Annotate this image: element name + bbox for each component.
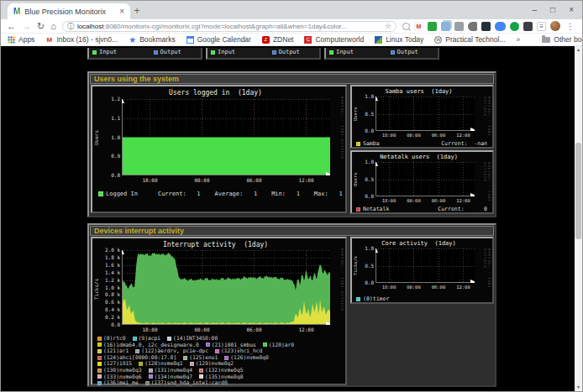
legend-swatch — [97, 374, 102, 379]
scrollbar-thumb[interactable] — [575, 143, 581, 239]
netatalk-users-graph[interactable]: Netatalk users (1day) Users 1.00.50.0 18… — [350, 150, 494, 214]
bookmark-practical-technology[interactable]: W Practical Technol... — [434, 35, 505, 44]
legend-entry: (126)nvme0q0 — [224, 355, 269, 361]
other-bookmarks-button[interactable]: Other bookmarks — [542, 35, 583, 44]
x-tick-label: 00:00 — [194, 327, 209, 332]
tab-close-icon[interactable]: × — [119, 7, 124, 16]
y-tick-label: 1.0 — [365, 159, 374, 165]
scroll-up-arrow[interactable]: ▲ — [575, 46, 582, 54]
output-legend-swatch — [272, 50, 276, 55]
pages-extension-icon[interactable] — [441, 22, 450, 31]
x-tick-label: 12:00 — [298, 327, 313, 332]
graph-stats: Current: 1 Average: 1 Min: 1 Max: 1 — [158, 191, 343, 197]
legend-entry: (131)nvme0q4 — [149, 368, 193, 374]
scroll-down-arrow[interactable]: ▼ — [575, 384, 582, 391]
output-legend-swatch — [154, 50, 158, 55]
blue-extension-icon[interactable] — [495, 22, 506, 31]
legend-row: (127)i915(128)nvme0q1(129)nvme0q2 — [97, 361, 344, 367]
legend-swatch — [97, 381, 102, 385]
legend-swatch — [139, 362, 143, 366]
bookmark-star-icon[interactable]: ☆ — [385, 22, 391, 30]
legend-entry: (132)nvme0q5 — [199, 368, 244, 374]
legend-row: (124)ahci[0000:00:17.0](125)eno1(126)nvm… — [97, 355, 344, 361]
users-logged-in-graph[interactable]: Users logged in (1day) Users 1.21.11.00.… — [91, 85, 347, 213]
legend-swatch — [263, 342, 267, 347]
legend-entry: (135)nvme0q8 — [199, 374, 244, 380]
bookmarks-overflow-chevron[interactable]: » — [517, 35, 521, 44]
legend-swatch — [356, 207, 360, 212]
tab-strip: M Blue Precision Monitorix × + – □ × — [1, 1, 582, 19]
current-value: Current: 0 — [438, 206, 487, 212]
legend-swatch — [190, 362, 194, 366]
address-bar[interactable]: ⓘ localhost:8080/monitorix-cgi/monitorix… — [62, 21, 397, 32]
bookmark-linux-today[interactable]: Linux Today — [375, 35, 423, 44]
legend-row: (136)mei_me(137)snd_hda_intel:card0 — [97, 380, 344, 386]
rrdtool-watermark: RRDTOOL / TOBI OETIKER — [340, 248, 344, 311]
rrdtool-watermark: RRDTOOL / TOBI OETIKER — [483, 162, 491, 212]
plot-area — [376, 248, 475, 283]
y-tick-label: 0.0 — [111, 322, 120, 327]
window-maximize-button[interactable]: □ — [550, 6, 555, 14]
page-scrollbar[interactable]: ▲ ▼ — [575, 46, 582, 391]
window-close-button[interactable]: × — [569, 6, 574, 14]
bookmark-google-calendar[interactable]: Google Calendar — [186, 35, 251, 44]
x-tick-label: 00:00 — [407, 133, 421, 139]
partial-graph-panel[interactable]: Input Output — [87, 48, 202, 60]
interrupt-activity-graph[interactable]: Interrupt activity (1day) Ticks/s 2.0 k1… — [91, 237, 347, 385]
bookmarks-bar: Apps M Inbox (16) - sjvn0... ★ Bookmarks… — [1, 34, 582, 46]
legend-swatch — [149, 368, 153, 373]
legend-swatch — [183, 356, 187, 360]
bookmark-computerworld[interactable]: C Computerworld — [304, 35, 364, 44]
x-tick-label: 06:00 — [246, 177, 261, 183]
site-info-icon[interactable]: ⓘ — [67, 22, 74, 31]
input-legend-swatch — [211, 50, 215, 55]
y-tick-label: 0.6 k — [105, 300, 120, 305]
dark-extension-icon[interactable] — [481, 22, 491, 31]
graph-legend: Logged In Current: 1 Average: 1 Min: 1 M… — [98, 191, 340, 197]
list-extension-icon[interactable] — [537, 22, 546, 31]
x-tick-label: 12:00 — [456, 198, 470, 204]
y-tick-label: 1.2 k — [105, 278, 120, 283]
x-tick-label: 06:00 — [432, 285, 446, 290]
back-button[interactable]: ← — [7, 22, 16, 31]
legend-entry: (14)INT3450:00 — [167, 336, 218, 342]
x-tick-label: 18:00 — [382, 198, 397, 204]
partial-graph-panel[interactable]: Input Output — [206, 48, 321, 60]
section-users: Users using the system Users logged in (… — [87, 71, 496, 217]
speaker-extension-icon[interactable] — [468, 22, 477, 31]
current-value: Current: -nan — [441, 140, 487, 147]
bookmark-inbox[interactable]: M Inbox (16) - sjvn0... — [45, 35, 118, 44]
bookmark-zdnet[interactable]: Z ZDNet — [262, 35, 294, 44]
green-extension-icon[interactable] — [428, 22, 437, 31]
new-tab-button[interactable]: + — [130, 3, 144, 19]
monitorix-page: Input Output Input Output Input Output U… — [1, 46, 582, 391]
browser-menu-icon[interactable]: ⋮ — [565, 22, 576, 31]
extensions-puzzle-icon[interactable] — [523, 22, 533, 31]
legend-swatch — [224, 356, 228, 360]
bookmark-bookmarks[interactable]: ★ Bookmarks — [129, 35, 176, 44]
green-circle-extension-icon[interactable] — [510, 22, 519, 31]
rrdtool-watermark: RRDTOOL / TOBI OETIKER — [340, 97, 344, 159]
partial-graph-panel[interactable]: Input Output — [324, 48, 439, 60]
legend-swatch — [98, 191, 103, 196]
samba-users-graph[interactable]: Samba users (1day) Users 1.00.50.0 18:00… — [350, 85, 494, 149]
browser-tab[interactable]: M Blue Precision Monitorix × — [8, 3, 130, 19]
y-tick-label: 0.9 — [111, 154, 120, 159]
y-tick-label: 0.8 — [111, 173, 120, 178]
plot-area — [122, 99, 330, 175]
bookmark-apps[interactable]: Apps — [8, 35, 34, 44]
y-tick-label: 0.0 — [365, 128, 374, 133]
reload-button[interactable]: ↻ — [37, 22, 45, 31]
y-tick-label: 0.0 — [365, 280, 374, 285]
home-button[interactable]: ⌂ — [50, 22, 56, 31]
core-activity-graph[interactable]: Core activity (1day) Ticks/s 1.00.50.0 1… — [350, 237, 494, 304]
browser-toolbar: ← → ↻ ⌂ ⓘ localhost:8080/monitorix-cgi/m… — [1, 19, 582, 34]
window-minimize-button[interactable]: – — [533, 6, 538, 14]
legend-entry: (120)ar0 — [263, 342, 294, 348]
gmail-extension-icon[interactable]: M — [414, 22, 423, 31]
search-extension-icon[interactable] — [402, 23, 410, 30]
y-tick-label: 1.2 — [111, 97, 120, 102]
grey-extension-icon[interactable] — [454, 22, 464, 31]
profile-avatar[interactable] — [550, 21, 560, 31]
forward-button[interactable]: → — [22, 22, 31, 31]
